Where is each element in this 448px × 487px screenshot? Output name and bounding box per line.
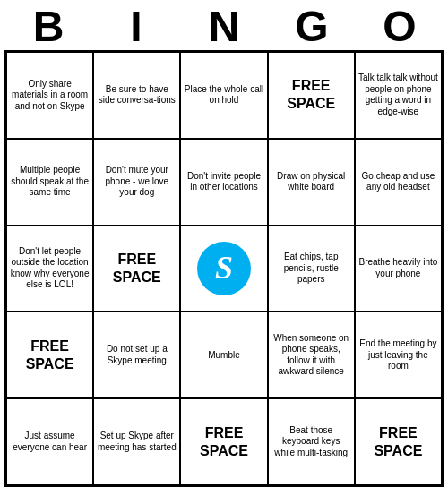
letter-g: G [273,5,350,48]
cell-r1c5: Talk talk talk without people on phone g… [355,52,442,139]
letter-b: B [10,5,87,48]
bingo-header: B I N G O [4,0,444,50]
cell-r2c5: Go cheap and use any old headset [355,139,442,226]
cell-r4c4: When someone on phone speaks, follow it … [268,312,355,398]
cell-r5c1: Just assume everyone can hear [6,398,93,485]
cell-r2c3: Don't invite people in other locations [180,139,267,226]
cell-r4c3: Mumble [180,312,267,398]
cell-r5c4: Beat those keyboard keys while multi-tas… [268,398,355,485]
cell-r3c1: Don't let people outside the location kn… [6,226,93,312]
bingo-grid: Only share materials in a room and not o… [4,50,444,487]
cell-r3c4: Eat chips, tap pencils, rustle papers [268,226,355,312]
skype-logo: S [197,242,251,295]
cell-r2c2: Don't mute your phone - we love your dog [93,139,180,226]
cell-r4c5: End the meeting by just leaving the room [355,312,442,398]
cell-r5c3: FREE SPACE [180,398,267,485]
cell-r5c2: Set up Skype after meeting has started [93,398,180,485]
cell-r2c1: Multiple people should speak at the same… [6,139,93,226]
cell-r2c4: Draw on physical white board [268,139,355,226]
cell-r5c5: FREE SPACE [355,398,442,485]
cell-r1c1: Only share materials in a room and not o… [6,52,93,139]
cell-r1c3: Place the whole call on hold [180,52,267,139]
letter-o: O [361,5,438,48]
letter-n: N [185,5,263,48]
cell-r1c4: FREE SPACE [268,52,355,139]
cell-r4c1: FREE SPACE [6,312,93,398]
cell-r1c2: Be sure to have side conversa-tions [93,52,180,139]
cell-r4c2: Do not set up a Skype meeting [93,312,180,398]
cell-r3c2: FREE SPACE [93,226,180,312]
cell-r3c3: S [180,226,267,312]
cell-r3c5: Breathe heavily into your phone [355,226,442,312]
letter-i: I [98,5,175,48]
